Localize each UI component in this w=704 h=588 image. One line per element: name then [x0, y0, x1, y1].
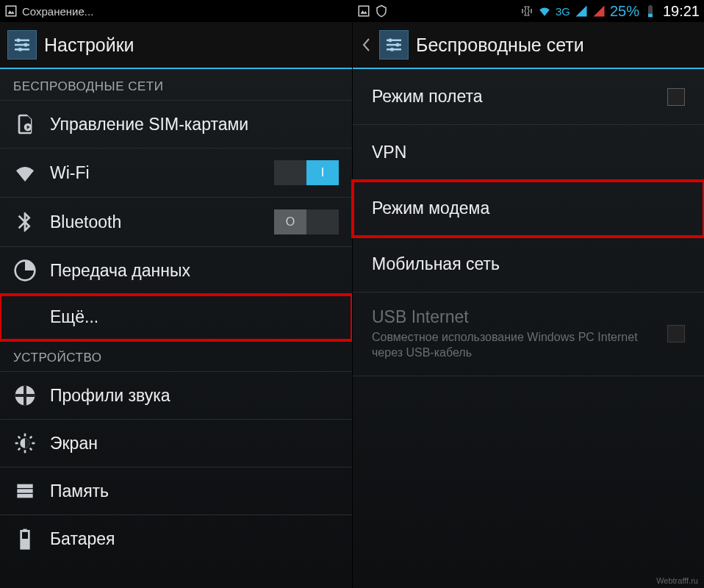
svg-rect-21	[17, 489, 32, 492]
svg-point-38	[389, 38, 392, 42]
svg-rect-0	[6, 6, 16, 16]
display-item[interactable]: Экран	[0, 420, 352, 467]
wifi-status-icon	[538, 4, 551, 18]
mobile-label: Мобильная сеть	[372, 254, 685, 274]
display-icon	[13, 431, 37, 455]
vibrate-icon	[520, 4, 534, 18]
settings-pane: Сохранение... Настройки БЕСПРОВОДНЫЕ СЕТ…	[0, 0, 352, 588]
bluetooth-toggle[interactable]: O	[274, 209, 339, 234]
svg-point-6	[24, 43, 28, 47]
usb-sublabel: Совместное использование Windows PC Inte…	[372, 330, 654, 361]
wifi-icon	[13, 161, 37, 184]
wireless-title: Беспроводные сети	[416, 35, 584, 56]
saving-label: Сохранение...	[22, 5, 93, 18]
battery-icon	[13, 527, 37, 551]
tethering-item[interactable]: Режим модема	[353, 181, 704, 237]
svg-point-39	[396, 43, 400, 47]
data-icon	[13, 259, 37, 282]
bluetooth-icon	[13, 210, 37, 234]
storage-item[interactable]: Память	[0, 467, 352, 515]
network-type: 3G	[556, 5, 570, 18]
sound-profiles-item[interactable]: Профили звука	[0, 372, 352, 420]
svg-marker-31	[593, 6, 604, 17]
section-wireless: БЕСПРОВОДНЫЕ СЕТИ	[0, 69, 352, 101]
vpn-label: VPN	[372, 143, 685, 162]
svg-rect-26	[359, 6, 369, 16]
more-label: Ещё...	[50, 307, 339, 327]
wireless-titlebar[interactable]: Беспроводные сети	[353, 22, 704, 69]
vpn-item[interactable]: VPN	[353, 125, 704, 181]
sim-label: Управление SIM-картами	[50, 115, 339, 135]
settings-icon	[7, 30, 37, 60]
image-icon	[4, 4, 18, 18]
settings-title: Настройки	[44, 35, 134, 56]
wireless-pane: 3G 25% 19:21 Беспроводные сети Режим пол…	[352, 0, 704, 588]
signal-icon-1	[575, 4, 588, 18]
svg-line-19	[30, 437, 32, 439]
toggle-on-knob: I	[306, 160, 339, 185]
battery-status-icon	[644, 4, 657, 18]
bluetooth-label: Bluetooth	[50, 212, 261, 232]
more-item[interactable]: Ещё...	[0, 295, 352, 340]
svg-marker-30	[575, 6, 586, 17]
bluetooth-item[interactable]: Bluetooth O	[0, 198, 352, 247]
usb-internet-item: USB Internet Совместное использование Wi…	[353, 293, 704, 376]
clock: 19:21	[663, 3, 700, 20]
sound-label: Профили звука	[50, 386, 339, 406]
svg-rect-25	[22, 539, 28, 548]
battery-percentage: 25%	[610, 3, 639, 20]
airplane-mode-item[interactable]: Режим полета	[353, 69, 704, 125]
data-label: Передача данных	[50, 261, 339, 281]
usb-checkbox	[667, 325, 685, 343]
wifi-label: Wi-Fi	[50, 163, 261, 183]
wifi-toggle[interactable]: I	[274, 160, 339, 185]
airplane-label: Режим полета	[372, 87, 654, 107]
svg-line-18	[18, 448, 21, 451]
svg-point-7	[18, 48, 22, 51]
svg-rect-34	[649, 5, 651, 7]
svg-rect-22	[17, 494, 32, 498]
storage-icon	[13, 479, 37, 503]
toggle-off-knob: O	[274, 209, 306, 234]
settings-icon	[379, 30, 409, 60]
svg-point-40	[390, 48, 394, 51]
storage-label: Память	[50, 481, 339, 501]
sim-icon	[13, 112, 37, 136]
wifi-item[interactable]: Wi-Fi I	[0, 148, 352, 198]
svg-point-5	[17, 38, 21, 42]
image-icon	[357, 4, 370, 18]
back-icon	[360, 30, 372, 60]
statusbar-right: 3G 25% 19:21	[353, 0, 704, 22]
tethering-label: Режим модема	[372, 198, 685, 218]
svg-marker-27	[361, 10, 367, 14]
section-device: УСТРОЙСТВО	[0, 340, 352, 372]
data-usage-item[interactable]: Передача данных	[0, 247, 352, 295]
svg-rect-33	[648, 14, 653, 18]
svg-line-16	[18, 437, 21, 439]
display-label: Экран	[50, 434, 339, 453]
sim-management-item[interactable]: Управление SIM-картами	[0, 101, 352, 148]
mobile-network-item[interactable]: Мобильная сеть	[353, 237, 704, 293]
svg-rect-20	[17, 484, 32, 488]
usb-label: USB Internet	[372, 307, 654, 327]
svg-line-17	[30, 448, 32, 451]
settings-titlebar: Настройки	[0, 22, 352, 69]
airplane-checkbox[interactable]	[667, 88, 685, 106]
watermark: Webtrafff.ru	[656, 576, 698, 585]
battery-label: Батарея	[50, 529, 339, 549]
battery-item[interactable]: Батарея	[0, 515, 352, 562]
sound-icon	[13, 384, 37, 407]
statusbar-left: Сохранение...	[0, 0, 352, 22]
svg-marker-1	[8, 10, 15, 14]
svg-rect-24	[23, 529, 26, 532]
signal-icon-2	[592, 4, 606, 18]
shield-icon	[375, 4, 388, 18]
